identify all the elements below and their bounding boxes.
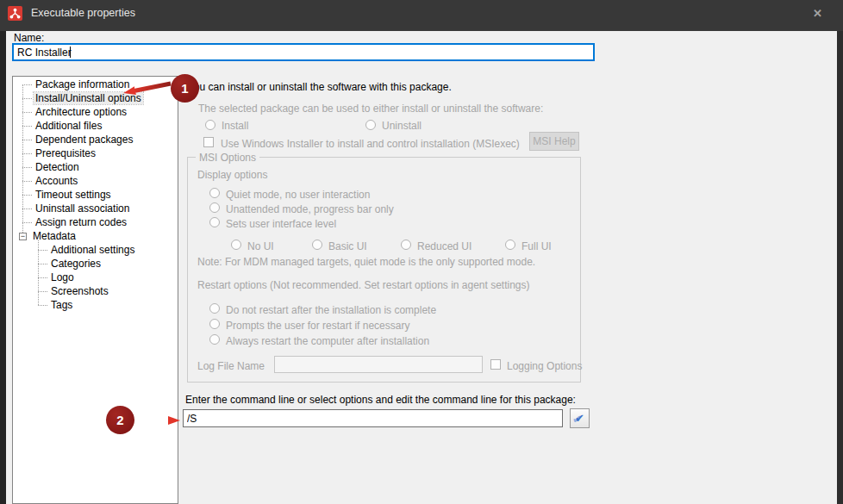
tree-connector <box>22 208 32 209</box>
tree-connector <box>22 195 32 196</box>
close-icon[interactable]: ✕ <box>813 7 822 20</box>
tree-connector <box>22 126 32 127</box>
sidebar-item-architecture-options[interactable]: Architecture options <box>13 105 178 119</box>
logging-options-checkbox-label: Logging Options <box>507 360 582 372</box>
unattended-mode-radio-label: Unattended mode, progress bar only <box>226 203 394 215</box>
log-file-name-input[interactable] <box>274 356 483 373</box>
sidebar-item-uninstall-association[interactable]: Uninstall association <box>13 202 178 215</box>
sidebar-item-additional-settings[interactable]: Additional settings <box>13 243 178 257</box>
restart-options-label: Restart options (Not recommended. Set re… <box>197 279 530 291</box>
set-ui-level-radio-label: Sets user interface level <box>226 218 336 230</box>
tree-connector <box>22 84 32 85</box>
always-restart-radio[interactable] <box>209 334 220 345</box>
tree-collapse-icon[interactable]: − <box>19 233 27 240</box>
always-restart-radio-label: Always restart the computer after instal… <box>226 335 429 347</box>
sidebar-item-timeout-settings[interactable]: Timeout settings <box>13 188 178 202</box>
name-label: Name: <box>14 32 44 44</box>
tree-connector <box>22 112 32 113</box>
reduced-ui-radio[interactable] <box>401 240 411 250</box>
sidebar-item-categories[interactable]: Categories <box>13 257 178 271</box>
tree-connector <box>22 222 32 223</box>
sidebar-item-additional-files[interactable]: Additional files <box>13 119 178 133</box>
install-radio-label: Install <box>222 120 248 132</box>
log-file-name-label: Log File Name <box>197 360 265 372</box>
command-line-label: Enter the command line or select options… <box>185 394 576 406</box>
unattended-mode-radio[interactable] <box>209 202 220 213</box>
tree-connector <box>22 153 32 154</box>
install-radio[interactable] <box>205 120 215 130</box>
full-ui-radio[interactable] <box>505 240 515 250</box>
tree-connector <box>38 264 47 264</box>
panel-subtitle-text: The selected package can be used to eith… <box>198 103 543 115</box>
sidebar-item-metadata[interactable]: Metadata <box>13 229 178 243</box>
window-frame-left <box>0 31 6 504</box>
prompt-restart-radio-label: Prompts the user for restart if necessar… <box>226 320 409 332</box>
uninstall-radio[interactable] <box>365 120 376 130</box>
msi-options-group-title: MSI Options <box>196 152 259 164</box>
tree-connector <box>22 140 32 140</box>
app-icon <box>8 6 22 21</box>
tree-connector <box>22 181 32 182</box>
msiexec-checkbox-label: Use Windows Installer to install and con… <box>221 138 520 150</box>
msi-help-button[interactable]: MSI Help <box>529 132 579 151</box>
tree-connector <box>38 250 47 251</box>
sidebar-item-detection[interactable]: Detection <box>13 160 178 174</box>
window-title: Executable properties <box>31 7 135 19</box>
logging-options-checkbox[interactable] <box>490 359 501 370</box>
annotation-arrow-2 <box>134 408 187 432</box>
tree-connector <box>38 277 47 278</box>
sidebar-item-logo[interactable]: Logo <box>13 271 178 284</box>
sidebar-item-assign-return-codes[interactable]: Assign return codes <box>13 215 178 229</box>
title-bar: Executable properties ✕ <box>0 0 843 31</box>
tree-connector <box>38 291 47 292</box>
tree-connector <box>22 98 32 99</box>
basic-ui-radio[interactable] <box>312 240 322 250</box>
no-restart-radio[interactable] <box>209 303 220 314</box>
full-ui-radio-label: Full UI <box>521 240 552 252</box>
prompt-restart-radio[interactable] <box>209 319 220 329</box>
no-ui-radio[interactable] <box>231 240 241 250</box>
sidebar-item-screenshots[interactable]: Screenshots <box>13 284 178 298</box>
settings-tree: Package information Install/Uninstall op… <box>12 76 178 504</box>
command-line-input[interactable] <box>183 409 563 427</box>
executable-properties-dialog: Executable properties ✕ Name: Package in… <box>0 0 843 504</box>
msiexec-checkbox[interactable] <box>203 137 214 147</box>
reduced-ui-radio-label: Reduced UI <box>417 240 471 252</box>
window-frame-right <box>837 31 843 504</box>
quiet-mode-radio-label: Quiet mode, no user interaction <box>226 189 370 201</box>
no-restart-radio-label: Do not restart after the installation is… <box>226 304 436 316</box>
no-ui-radio-label: No UI <box>247 240 274 252</box>
sidebar-item-tags[interactable]: Tags <box>13 298 178 312</box>
set-ui-level-radio[interactable] <box>209 217 220 227</box>
quiet-mode-radio[interactable] <box>209 188 220 198</box>
text-caret <box>70 47 71 58</box>
name-input[interactable] <box>12 43 595 61</box>
basic-ui-radio-label: Basic UI <box>328 240 367 252</box>
sidebar-item-prerequisites[interactable]: Prerequisites <box>13 146 178 160</box>
display-options-label: Display options <box>197 169 267 181</box>
uninstall-radio-label: Uninstall <box>382 120 422 132</box>
panel-intro-text: You can install or uninstall the softwar… <box>188 81 452 93</box>
sidebar-item-dependent-packages[interactable]: Dependent packages <box>13 133 178 146</box>
annotation-step-1-badge: 1 <box>171 74 199 103</box>
double-check-icon: ✔ <box>575 412 584 425</box>
annotation-step-2-badge: 2 <box>106 406 134 434</box>
mdm-note-text: Note: For MDM managed targets, quiet mod… <box>197 256 535 268</box>
apply-command-button[interactable]: ✔ <box>570 408 590 428</box>
tree-connector <box>38 305 47 306</box>
sidebar-item-accounts[interactable]: Accounts <box>13 174 178 188</box>
tree-connector <box>22 167 32 168</box>
